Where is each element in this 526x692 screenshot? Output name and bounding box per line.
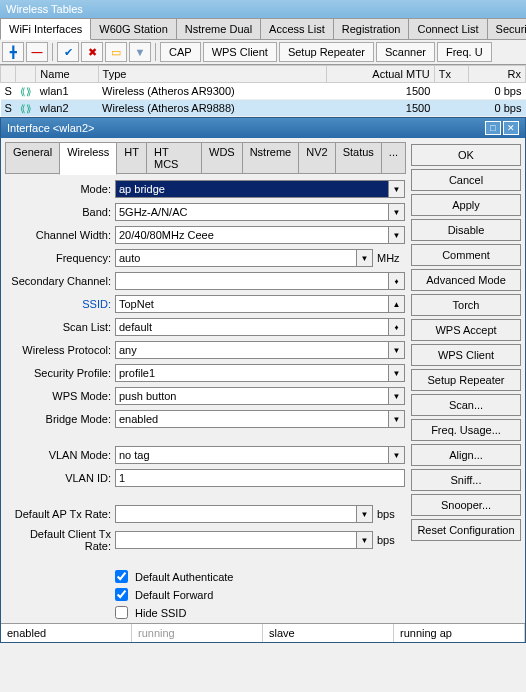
interface-table: Name Type Actual MTU Tx Rx S ⟪⟫ wlan1 Wi… [0,65,526,117]
tab-general[interactable]: General [5,142,60,174]
vlan-id-field[interactable] [115,469,405,487]
default-client-tx-field[interactable] [115,531,357,549]
reset-config-button[interactable]: Reset Configuration [411,519,521,541]
channel-width-label: Channel Width: [5,229,111,241]
hide-ssid-checkbox[interactable] [115,606,128,619]
cap-button[interactable]: CAP [160,42,201,62]
default-ap-tx-field[interactable] [115,505,357,523]
tab-wds[interactable]: WDS [201,142,243,174]
col-status[interactable] [1,66,16,83]
security-profile-dropdown[interactable]: ▼ [389,364,405,382]
security-profile-field[interactable] [115,364,389,382]
align-button[interactable]: Align... [411,444,521,466]
band-field[interactable] [115,203,389,221]
scanner-button[interactable]: Scanner [376,42,435,62]
status-running: running [132,624,263,642]
vlan-mode-dropdown[interactable]: ▼ [389,446,405,464]
setup-repeater-button[interactable]: Setup Repeater [279,42,374,62]
tab-w60g-station[interactable]: W60G Station [90,18,176,39]
ok-button[interactable]: OK [411,144,521,166]
wps-accept-button[interactable]: WPS Accept [411,319,521,341]
enable-button[interactable]: ✔ [57,42,79,62]
tab-security-profiles[interactable]: Security Profiles [487,18,526,39]
col-icon[interactable] [16,66,36,83]
channel-width-field[interactable] [115,226,389,244]
filter-button[interactable]: ▼ [129,42,151,62]
default-forward-checkbox[interactable] [115,588,128,601]
ssid-clear[interactable]: ▲ [389,295,405,313]
col-rx[interactable]: Rx [469,66,526,83]
tab-more[interactable]: ... [381,142,406,174]
freq-usage-button[interactable]: Freq. U [437,42,492,62]
tab-registration[interactable]: Registration [333,18,410,39]
tab-ht[interactable]: HT [116,142,147,174]
band-label: Band: [5,206,111,218]
tab-access-list[interactable]: Access List [260,18,334,39]
col-type[interactable]: Type [98,66,326,83]
status-enabled: enabled [1,624,132,642]
dialog-close-button[interactable]: ✕ [503,121,519,135]
default-auth-checkbox[interactable] [115,570,128,583]
secondary-channel-spinner[interactable]: ♦ [389,272,405,290]
dialog-title: Interface <wlan2> [7,122,94,134]
mode-dropdown[interactable]: ▼ [389,180,405,198]
band-dropdown[interactable]: ▼ [389,203,405,221]
table-row[interactable]: S ⟪⟫ wlan2 Wireless (Atheros AR9888) 150… [1,100,526,117]
cancel-button[interactable]: Cancel [411,169,521,191]
dialog-dock-button[interactable]: □ [485,121,501,135]
tab-status[interactable]: Status [335,142,382,174]
frequency-field[interactable] [115,249,357,267]
frequency-dropdown[interactable]: ▼ [357,249,373,267]
tab-nstreme[interactable]: Nstreme [242,142,300,174]
wireless-protocol-field[interactable] [115,341,389,359]
wps-client-button[interactable]: WPS Client [411,344,521,366]
comment-button[interactable]: ▭ [105,42,127,62]
col-tx[interactable]: Tx [434,66,468,83]
apply-button[interactable]: Apply [411,194,521,216]
bridge-mode-dropdown[interactable]: ▼ [389,410,405,428]
scan-list-field[interactable] [115,318,389,336]
tab-nv2[interactable]: NV2 [298,142,335,174]
comment-button[interactable]: Comment [411,244,521,266]
tab-nstreme-dual[interactable]: Nstreme Dual [176,18,261,39]
setup-repeater-button[interactable]: Setup Repeater [411,369,521,391]
tab-wifi-interfaces[interactable]: WiFi Interfaces [0,18,91,40]
add-button[interactable]: ╋ [2,42,24,62]
table-row[interactable]: S ⟪⟫ wlan1 Wireless (Atheros AR9300) 150… [1,83,526,100]
status-running-ap: running ap [394,624,525,642]
advanced-mode-button[interactable]: Advanced Mode [411,269,521,291]
bridge-mode-field[interactable] [115,410,389,428]
vlan-mode-field[interactable] [115,446,389,464]
security-profile-label: Security Profile: [5,367,111,379]
secondary-channel-field[interactable] [115,272,389,290]
remove-button[interactable]: — [26,42,48,62]
tab-connect-list[interactable]: Connect List [408,18,487,39]
wps-mode-field[interactable] [115,387,389,405]
col-mtu[interactable]: Actual MTU [326,66,434,83]
default-client-tx-clear[interactable]: ▼ [357,531,373,549]
ssid-label[interactable]: SSID: [5,298,111,310]
mode-field[interactable] [115,180,389,198]
interface-dialog: Interface <wlan2> □ ✕ General Wireless H… [0,117,526,643]
minus-icon: — [32,46,43,58]
channel-width-dropdown[interactable]: ▼ [389,226,405,244]
tab-wireless[interactable]: Wireless [59,142,117,175]
snooper-button[interactable]: Snooper... [411,494,521,516]
torch-button[interactable]: Torch [411,294,521,316]
disable-button[interactable]: Disable [411,219,521,241]
disable-button[interactable]: ✖ [81,42,103,62]
plus-icon: ╋ [10,46,17,59]
wps-mode-dropdown[interactable]: ▼ [389,387,405,405]
sniff-button[interactable]: Sniff... [411,469,521,491]
wps-client-button[interactable]: WPS Client [203,42,277,62]
col-name[interactable]: Name [36,66,98,83]
freq-usage-button[interactable]: Freq. Usage... [411,419,521,441]
scan-button[interactable]: Scan... [411,394,521,416]
tab-ht-mcs[interactable]: HT MCS [146,142,202,174]
wireless-protocol-dropdown[interactable]: ▼ [389,341,405,359]
default-ap-tx-clear[interactable]: ▼ [357,505,373,523]
scan-list-spinner[interactable]: ♦ [389,318,405,336]
default-ap-tx-label: Default AP Tx Rate: [5,508,111,520]
ssid-field[interactable] [115,295,389,313]
check-icon: ✔ [64,46,73,59]
